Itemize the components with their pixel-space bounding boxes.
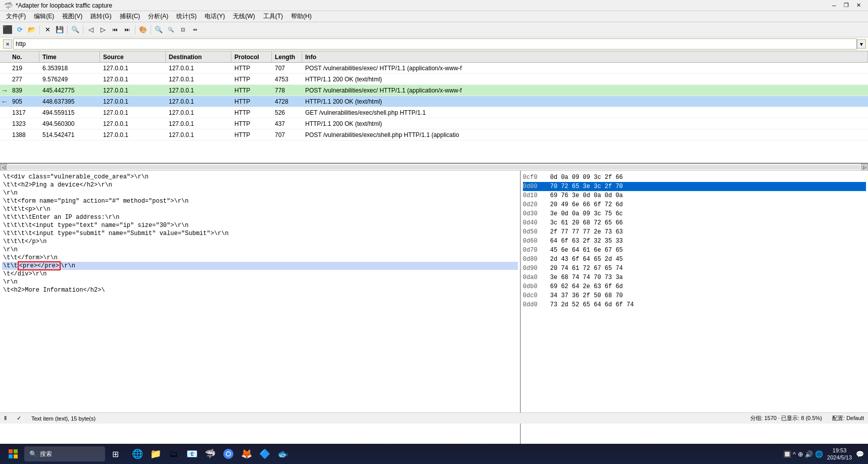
col-header-info[interactable]: Info: [302, 52, 868, 62]
taskbar-search-box[interactable]: 🔍 搜索: [24, 446, 105, 461]
menu-telephony[interactable]: 电话(Y): [201, 11, 229, 22]
pkt-src: 127.0.0.1: [100, 98, 166, 105]
close-file-button[interactable]: ✕: [42, 24, 53, 35]
maximize-button[interactable]: ❐: [841, 1, 852, 11]
explorer-app[interactable]: 📁: [148, 446, 164, 462]
open-button[interactable]: 📂: [26, 24, 37, 35]
notification-icon[interactable]: 💬: [856, 450, 864, 458]
menu-view[interactable]: 视图(V): [58, 11, 86, 22]
hscroll-track[interactable]: [8, 165, 860, 169]
restart-capture-button[interactable]: ⟳: [14, 24, 25, 35]
col-header-src[interactable]: Source: [100, 52, 166, 62]
menu-statistics[interactable]: 统计(S): [172, 11, 201, 22]
col-header-no[interactable]: No.: [9, 52, 39, 62]
hex-row: 0d70 45 6e 64 61 6e 67 65: [523, 246, 866, 255]
forward-button[interactable]: ▷: [98, 24, 109, 35]
status-item-info: Text item (text), 15 byte(s): [31, 415, 95, 422]
pkt-no: 277: [9, 76, 39, 83]
menu-wireless[interactable]: 无线(W): [229, 11, 259, 22]
jump-button[interactable]: ⏮: [110, 24, 121, 35]
hex-addr: 0d80: [523, 256, 548, 263]
detail-line-highlighted[interactable]: \t\t<pre></pre>\r\n: [2, 262, 518, 270]
detail-line: \t<div class="vulnerable_code_area">\r\n: [2, 173, 518, 181]
table-row[interactable]: 1317 494.559115 127.0.0.1 127.0.0.1 HTTP…: [0, 107, 868, 118]
table-row[interactable]: → 839 445.442775 127.0.0.1 127.0.0.1 HTT…: [0, 85, 868, 96]
packet-hscroll[interactable]: ◁ ▷: [0, 164, 868, 171]
stop-capture-button[interactable]: ⬛: [2, 24, 13, 35]
menu-tools[interactable]: 工具(T): [259, 11, 287, 22]
wireshark-taskbar-app[interactable]: 🦈: [202, 446, 218, 462]
resize-columns-button[interactable]: ⇔: [189, 24, 201, 35]
edge-app[interactable]: 🌐: [129, 446, 146, 462]
packet-list-area[interactable]: 219 6.353918 127.0.0.1 127.0.0.1 HTTP 70…: [0, 63, 868, 164]
minimize-button[interactable]: ─: [829, 1, 840, 11]
close-button[interactable]: ✕: [853, 1, 864, 11]
detail-line: \t\t\t</p>\n: [2, 238, 518, 246]
svg-point-6: [227, 452, 230, 456]
svg-rect-1: [14, 449, 18, 453]
chrome-app[interactable]: [220, 446, 236, 462]
taskbar-right: 🔲 ^ ⊕ 🔊 🌐 19:53 2024/5/13 💬: [783, 447, 864, 461]
back-button[interactable]: ◁: [85, 24, 97, 35]
col-header-time[interactable]: Time: [39, 52, 100, 62]
firefox-app[interactable]: 🦊: [238, 446, 255, 462]
item-info-icon: ✓: [17, 415, 21, 422]
arrow-col: ←: [0, 98, 9, 106]
detail-pane[interactable]: \t<div class="vulnerable_code_area">\r\n…: [0, 171, 521, 444]
hscroll-right[interactable]: ▷: [861, 164, 868, 171]
col-header-dst[interactable]: Destination: [166, 52, 231, 62]
pkt-no: 219: [9, 65, 39, 72]
menu-capture[interactable]: 捕获(C): [116, 11, 144, 22]
mail-app[interactable]: 📧: [184, 446, 200, 462]
table-row[interactable]: 1388 514.542471 127.0.0.1 127.0.0.1 HTTP…: [0, 129, 868, 141]
menu-edit[interactable]: 编辑(E): [30, 11, 58, 22]
pkt-no: 1388: [9, 131, 39, 138]
hex-bytes: 2d 43 6f 64 65 2d 45: [550, 256, 866, 263]
filter-clear-button[interactable]: ✕: [3, 39, 12, 49]
hex-bytes: 2f 77 77 77 2e 73 63: [550, 228, 866, 236]
table-row[interactable]: ← 905 448.637395 127.0.0.1 127.0.0.1 HTT…: [0, 96, 868, 107]
task-view-button[interactable]: ⊞: [107, 446, 123, 462]
svg-rect-3: [14, 454, 18, 458]
item-type-icon: Ⅱ: [4, 415, 7, 422]
blue-app[interactable]: 🔷: [257, 446, 273, 462]
table-row[interactable]: 1323 494.560300 127.0.0.1 127.0.0.1 HTTP…: [0, 118, 868, 129]
menu-help[interactable]: 帮助(H): [287, 11, 316, 22]
pkt-src: 127.0.0.1: [100, 76, 166, 83]
store-app[interactable]: 🗂: [166, 446, 182, 462]
zoom-out-button[interactable]: 🔍: [165, 24, 176, 35]
status-profile: 配置: Default: [832, 414, 864, 422]
svg-rect-0: [9, 449, 13, 453]
window-controls: ─ ❐ ✕: [829, 1, 864, 11]
detail-line: \t</div>\r\n: [2, 270, 518, 278]
pkt-proto: HTTP: [231, 98, 272, 105]
normal-size-button[interactable]: ⊡: [177, 24, 188, 35]
hex-bytes: 45 6e 64 61 6e 67 65: [550, 247, 866, 254]
col-header-len[interactable]: Length: [272, 52, 302, 62]
menu-file[interactable]: 文件(F): [2, 11, 30, 22]
pkt-src: 127.0.0.1: [100, 87, 166, 94]
find-button[interactable]: 🔍: [70, 24, 81, 35]
fish-app[interactable]: 🐟: [275, 446, 291, 462]
pkt-dst: 127.0.0.1: [166, 65, 231, 72]
menu-analyze[interactable]: 分析(A): [144, 11, 172, 22]
zoom-in-button[interactable]: 🔍: [153, 24, 164, 35]
start-button[interactable]: [4, 445, 22, 463]
colorize-button[interactable]: 🎨: [137, 24, 149, 35]
col-header-proto[interactable]: Protocol: [231, 52, 272, 62]
hex-pane[interactable]: 0cf0 0d 0a 09 09 3c 2f 66 0d00 70 72 65 …: [521, 171, 868, 444]
save-button[interactable]: 💾: [54, 24, 65, 35]
table-row[interactable]: 219 6.353918 127.0.0.1 127.0.0.1 HTTP 70…: [0, 63, 868, 74]
detail-line: \t\t\t<p>\r\n: [2, 205, 518, 213]
table-row[interactable]: 277 9.576249 127.0.0.1 127.0.0.1 HTTP 47…: [0, 74, 868, 85]
pkt-dst: 127.0.0.1: [166, 76, 231, 83]
status-bar: Ⅱ ✓ Text item (text), 15 byte(s) 分组: 157…: [0, 412, 868, 424]
pkt-time: 6.353918: [39, 65, 100, 72]
filter-input[interactable]: [13, 38, 857, 50]
menu-goto[interactable]: 跳转(G): [86, 11, 115, 22]
hex-addr: 0da0: [523, 274, 548, 281]
hex-bytes: 69 62 64 2e 63 6f 6d: [550, 283, 866, 290]
autoscroll-button[interactable]: ⏭: [122, 24, 133, 35]
hscroll-left[interactable]: ◁: [0, 164, 7, 171]
filter-dropdown-button[interactable]: ▼: [857, 39, 866, 49]
